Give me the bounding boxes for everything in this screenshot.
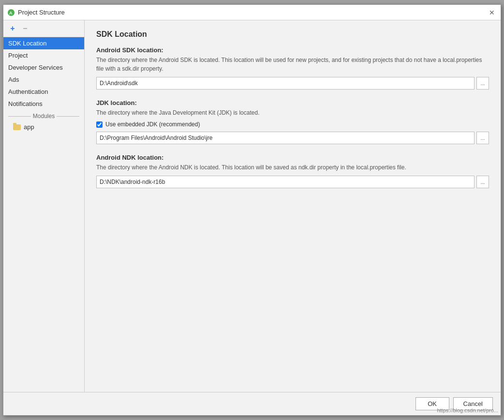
content-area: + − SDK Location Project Developer Servi…: [3, 20, 501, 392]
embedded-jdk-checkbox[interactable]: [96, 121, 103, 128]
sidebar-item-sdk-location[interactable]: SDK Location: [3, 37, 84, 49]
android-ndk-browse-button[interactable]: ...: [476, 176, 489, 188]
android-sdk-title: Android SDK location:: [96, 46, 489, 54]
dialog-title: Project Structure: [18, 9, 65, 16]
sidebar-module-app[interactable]: app: [3, 121, 84, 133]
main-panel: SDK Location Android SDK location: The d…: [85, 20, 501, 392]
title-bar: A Project Structure ✕: [3, 5, 501, 20]
jdk-desc: The directory where the Java Development…: [96, 108, 489, 117]
modules-section-label: Modules: [3, 110, 84, 120]
android-sdk-desc: The directory where the Android SDK is l…: [96, 56, 489, 73]
sidebar-toolbar: + −: [3, 20, 84, 37]
svg-text:A: A: [9, 11, 13, 15]
android-ndk-input-row: ...: [96, 176, 489, 188]
close-button[interactable]: ✕: [487, 8, 497, 17]
jdk-path-input[interactable]: [96, 132, 474, 144]
remove-button[interactable]: −: [20, 23, 30, 34]
modules-list: app: [3, 120, 84, 134]
watermark: https://blog.csdn.net/pro...: [437, 407, 498, 413]
title-bar-left: A Project Structure: [7, 9, 65, 16]
jdk-browse-button[interactable]: ...: [476, 132, 489, 144]
sidebar-item-authentication[interactable]: Authentication: [3, 86, 84, 98]
jdk-section: JDK location: The directory where the Ja…: [96, 99, 489, 144]
sidebar-item-developer-services[interactable]: Developer Services: [3, 61, 84, 74]
sidebar-item-ads[interactable]: Ads: [3, 74, 84, 86]
android-studio-icon: A: [7, 9, 15, 16]
panel-title: SDK Location: [96, 30, 489, 39]
dialog-footer: OK Cancel: [3, 392, 501, 415]
add-button[interactable]: +: [7, 23, 18, 34]
project-structure-dialog: A Project Structure ✕ + − SDK Location P…: [3, 4, 501, 416]
android-ndk-section: Android NDK location: The directory wher…: [96, 154, 489, 188]
android-ndk-title: Android NDK location:: [96, 154, 489, 161]
android-sdk-browse-button[interactable]: ...: [476, 77, 489, 90]
jdk-checkbox-row: Use embedded JDK (recommended): [96, 121, 489, 128]
sidebar-item-notifications[interactable]: Notifications: [3, 98, 84, 110]
sidebar-item-project[interactable]: Project: [3, 49, 84, 61]
folder-icon: [13, 124, 21, 130]
embedded-jdk-label[interactable]: Use embedded JDK (recommended): [105, 121, 200, 128]
sidebar: + − SDK Location Project Developer Servi…: [3, 20, 85, 392]
android-sdk-input-row: ...: [96, 77, 489, 90]
jdk-input-row: ...: [96, 132, 489, 144]
android-sdk-section: Android SDK location: The directory wher…: [96, 46, 489, 90]
android-ndk-desc: The directory where the Android NDK is l…: [96, 163, 489, 172]
android-sdk-path-input[interactable]: [96, 77, 474, 90]
jdk-title: JDK location:: [96, 99, 489, 106]
android-ndk-path-input[interactable]: [96, 176, 474, 188]
